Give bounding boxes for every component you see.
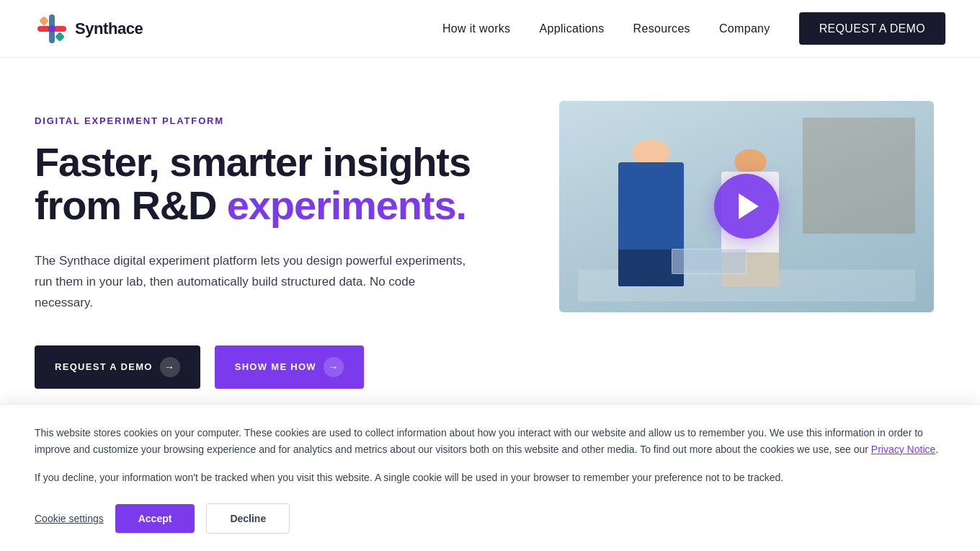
cookie-suffix: .: [935, 444, 938, 455]
request-demo-button[interactable]: REQUEST A DEMO →: [35, 345, 200, 389]
cookie-actions: Cookie settings Accept Decline: [35, 503, 945, 534]
hero-video-area: [559, 101, 934, 312]
cookie-content: This website stores cookies on your comp…: [35, 425, 945, 534]
cookie-settings-button[interactable]: Cookie settings: [35, 513, 104, 524]
logo[interactable]: Synthace: [35, 12, 143, 46]
show-me-how-label: SHOW ME HOW: [235, 361, 316, 372]
privacy-notice-link[interactable]: Privacy Notice: [871, 444, 935, 455]
hero-headline: Faster, smarter insights from R&D experi…: [35, 141, 525, 228]
svg-point-4: [48, 25, 55, 32]
hero-buttons: REQUEST A DEMO → SHOW ME HOW →: [35, 345, 525, 389]
cookie-secondary-text: If you decline, your information won't b…: [35, 470, 945, 486]
nav-resources[interactable]: Resources: [633, 22, 690, 35]
show-me-how-button[interactable]: SHOW ME HOW →: [215, 345, 364, 389]
hero-headline-line1: Faster, smarter insights: [35, 139, 471, 185]
logo-text: Synthace: [75, 19, 143, 38]
lab-shelf: [803, 118, 915, 234]
person1-head: [632, 139, 669, 166]
cookie-main-text: This website stores cookies on your comp…: [35, 425, 945, 458]
nav-company[interactable]: Company: [719, 22, 770, 35]
nav-how-it-works[interactable]: How it works: [442, 22, 511, 35]
nav-links: How it works Applications Resources Comp…: [442, 22, 945, 35]
hero-body-text: The Synthace digital experiment platform…: [35, 251, 467, 314]
svg-rect-2: [39, 15, 49, 25]
svg-rect-3: [55, 31, 65, 41]
video-play-button[interactable]: [714, 174, 779, 239]
hero-section: DIGITAL EXPERIMENT PLATFORM Faster, smar…: [0, 58, 980, 432]
nav-applications[interactable]: Applications: [539, 22, 604, 35]
hero-content: DIGITAL EXPERIMENT PLATFORM Faster, smar…: [35, 101, 525, 389]
hero-headline-highlight: experiments: [227, 182, 466, 228]
cookie-description: This website stores cookies on your comp…: [35, 427, 923, 455]
cookie-accept-button[interactable]: Accept: [115, 504, 195, 533]
nav-cta-button[interactable]: REQUEST A DEMO: [799, 12, 945, 45]
play-icon: [739, 193, 759, 219]
navigation: Synthace How it works Applications Resou…: [0, 0, 980, 58]
hero-headline-line2: from R&D: [35, 182, 227, 228]
video-thumbnail[interactable]: [559, 101, 934, 312]
person1-body: [618, 162, 684, 251]
laptop: [672, 249, 747, 274]
hero-tag: DIGITAL EXPERIMENT PLATFORM: [35, 115, 525, 126]
request-demo-label: REQUEST A DEMO: [55, 361, 153, 372]
show-me-how-arrow-icon: →: [324, 357, 344, 377]
request-demo-arrow-icon: →: [160, 357, 180, 377]
cookie-banner: This website stores cookies on your comp…: [0, 404, 980, 551]
cookie-decline-button[interactable]: Decline: [206, 503, 290, 534]
person2-head: [734, 149, 765, 174]
synthace-logo-icon: [35, 12, 69, 46]
